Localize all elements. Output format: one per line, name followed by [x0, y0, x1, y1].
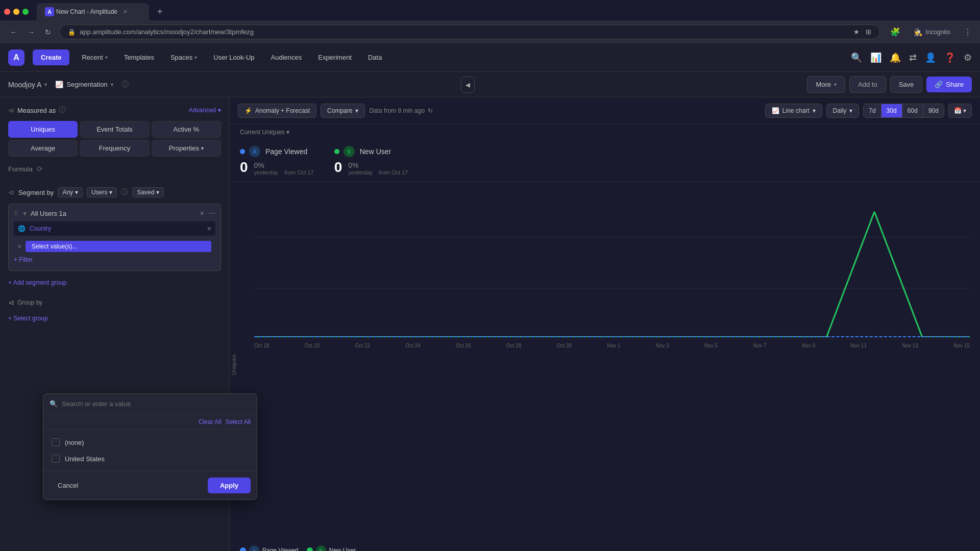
reader-mode-icon[interactable]: ⊞: [866, 28, 871, 36]
segment-any-pill[interactable]: Any ▾: [58, 187, 83, 197]
chart-type-selector[interactable]: 📈 Segmentation ▾: [55, 81, 113, 88]
time-btn-90d[interactable]: 90d: [923, 104, 944, 117]
x-label-nov7: Nov 7: [753, 343, 766, 348]
time-btn-7d[interactable]: 7d: [864, 104, 881, 117]
x-label-oct30: Oct 30: [557, 343, 572, 348]
forward-btn[interactable]: →: [26, 26, 37, 38]
segment-users-pill[interactable]: Users ▾: [87, 187, 117, 197]
nav-user-lookup[interactable]: User Look-Up: [209, 52, 258, 63]
settings-icon[interactable]: ⚙: [964, 52, 972, 63]
segment-info-icon[interactable]: ⓘ: [121, 188, 128, 197]
close-window-btn[interactable]: [4, 9, 10, 15]
measured-as-info-icon[interactable]: ⓘ: [59, 106, 66, 115]
measure-btn-event-totals[interactable]: Event Totals: [80, 121, 149, 138]
more-button[interactable]: More ▾: [807, 76, 845, 93]
nav-data[interactable]: Data: [364, 52, 386, 63]
profile-incognito[interactable]: 🕵 Incognito: [909, 26, 955, 38]
segment-saved-pill[interactable]: Saved ▾: [132, 187, 164, 197]
nav-recent[interactable]: Recent ▾: [78, 52, 111, 63]
save-button[interactable]: Save: [890, 76, 923, 93]
user-settings-icon[interactable]: 👤: [925, 52, 936, 63]
nav-spaces[interactable]: Spaces ▾: [166, 52, 201, 63]
metrics-row: A Page Viewed 0 0% yesterday x from Oct …: [230, 140, 980, 182]
measure-btn-active-pct[interactable]: Active %: [152, 121, 221, 138]
anomaly-forecast-button[interactable]: ⚡ Anomaly + Forecast: [238, 104, 316, 118]
legend-new-user-avatar: B: [316, 545, 326, 551]
sync-icon[interactable]: ⇄: [909, 52, 917, 63]
x-axis-labels: Oct 18 Oct 20 Oct 22 Oct 24 Oct 26 Oct 2…: [254, 341, 970, 350]
page-viewed-label: Page Viewed: [265, 147, 307, 156]
line-chart-button[interactable]: 📈 Line chart ▾: [765, 104, 822, 118]
line-chart-chevron-icon: ▾: [813, 107, 816, 114]
chart-area: Uniques 2 1 Oct 18 Oct 20 Oct 22 Oct 24: [230, 182, 980, 541]
dropdown-item-united-states[interactable]: United States: [43, 450, 257, 467]
maximize-window-btn[interactable]: [22, 9, 29, 15]
x-label-oct20: Oct 20: [305, 343, 320, 348]
country-filter-row: 🌐 Country ×: [14, 221, 215, 236]
bookmark-star-icon[interactable]: ★: [853, 28, 860, 36]
nav-experiment[interactable]: Experiment: [314, 52, 356, 63]
time-btn-30d[interactable]: 30d: [881, 104, 902, 117]
help-icon[interactable]: ❓: [944, 52, 955, 63]
advanced-button[interactable]: Advanced ▾: [189, 107, 221, 114]
segmentation-info-icon[interactable]: ⓘ: [121, 80, 129, 89]
compare-button[interactable]: Compare ▾: [321, 104, 365, 118]
page-viewed-dot: [240, 149, 245, 154]
legend-page-viewed-label: Page Viewed: [262, 547, 299, 551]
dropdown-checkbox-none[interactable]: [52, 438, 60, 446]
dropdown-cancel-button[interactable]: Cancel: [50, 478, 86, 493]
add-segment-button[interactable]: + Add segment group: [8, 275, 221, 290]
drag-handle-icon[interactable]: ⠿: [14, 210, 19, 217]
search-header-icon[interactable]: 🔍: [851, 52, 862, 63]
formula-icon[interactable]: ⟳: [37, 165, 43, 173]
new-tab-btn[interactable]: +: [153, 5, 167, 19]
daily-button[interactable]: Daily ▾: [826, 104, 860, 118]
time-btn-60d[interactable]: 60d: [902, 104, 923, 117]
collapse-panel-btn[interactable]: ◂: [461, 77, 475, 93]
refresh-icon[interactable]: ↻: [428, 107, 433, 114]
segment-more-btn[interactable]: ⋯: [208, 209, 215, 217]
y-axis-label: Uniques: [231, 355, 237, 375]
workspace-selector[interactable]: Moodjoy A ▾: [8, 81, 47, 89]
x-label-oct26: Oct 26: [456, 343, 471, 348]
calendar-button[interactable]: 📅 ▾: [948, 104, 972, 118]
menu-icon[interactable]: ⋮: [964, 27, 972, 37]
nav-templates[interactable]: Templates: [120, 52, 158, 63]
minimize-window-btn[interactable]: [13, 9, 19, 15]
measure-btn-properties[interactable]: Properties ▾: [152, 140, 221, 157]
group-section: ⊲ Group by + Select group: [8, 298, 221, 326]
activity-icon[interactable]: 📊: [870, 52, 881, 63]
reload-btn[interactable]: ↻: [43, 26, 53, 38]
amplitude-logo[interactable]: A: [8, 49, 24, 66]
add-group-button[interactable]: + Select group: [8, 311, 221, 326]
link-icon: 🔗: [935, 81, 943, 88]
dropdown-apply-button[interactable]: Apply: [208, 478, 251, 493]
new-user-label: New User: [360, 147, 391, 156]
add-to-button[interactable]: Add to: [849, 76, 886, 93]
measure-btn-uniques[interactable]: Uniques: [8, 121, 78, 138]
add-filter-button[interactable]: + Filter: [14, 254, 215, 265]
filter-value-button[interactable]: Select value(s)...: [26, 241, 211, 252]
dropdown-us-label: United States: [65, 455, 105, 463]
dropdown-search-input[interactable]: [62, 400, 251, 408]
measure-btn-frequency[interactable]: Frequency: [80, 140, 149, 157]
metric-page-viewed: A Page Viewed 0 0% yesterday x from Oct …: [240, 146, 314, 176]
measure-btn-average[interactable]: Average: [8, 140, 78, 157]
clear-all-button[interactable]: Clear All: [199, 418, 222, 425]
recent-chevron-icon: ▾: [105, 55, 108, 60]
share-button[interactable]: 🔗 Share: [926, 77, 972, 92]
daily-chevron-icon: ▾: [849, 107, 852, 114]
dropdown-checkbox-us[interactable]: [52, 455, 60, 463]
tab-close-btn[interactable]: ×: [124, 8, 127, 15]
extensions-icon[interactable]: 🧩: [890, 27, 900, 37]
dropdown-item-none[interactable]: (none): [43, 434, 257, 450]
notifications-icon[interactable]: 🔔: [890, 52, 901, 63]
segment-close-btn[interactable]: ×: [200, 209, 204, 217]
country-value-dropdown: 🔍 Clear All Select All (none) United Sta…: [43, 393, 257, 500]
back-btn[interactable]: ←: [8, 26, 19, 38]
country-filter-close-btn[interactable]: ×: [207, 224, 211, 233]
select-all-button[interactable]: Select All: [226, 418, 251, 425]
create-button[interactable]: Create: [33, 49, 69, 65]
current-uniques-selector[interactable]: Current Uniques ▾: [230, 124, 980, 140]
nav-audiences[interactable]: Audiences: [267, 52, 306, 63]
